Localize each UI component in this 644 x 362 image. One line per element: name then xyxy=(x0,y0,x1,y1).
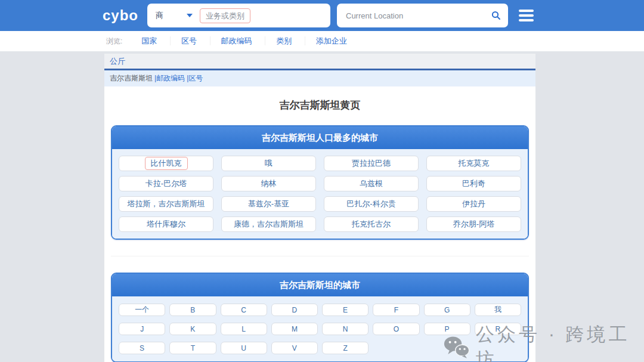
city-button[interactable]: 康德，吉尔吉斯斯坦 xyxy=(221,216,316,232)
letters-grid: 一个 B C D xyxy=(112,296,528,361)
cybo-logo[interactable]: cybo xyxy=(97,7,144,24)
letter-button[interactable]: C xyxy=(221,304,267,316)
search-icon[interactable] xyxy=(491,11,501,20)
letter-button[interactable]: N xyxy=(322,323,369,335)
letter-button[interactable]: 一个 xyxy=(119,304,165,316)
city-button[interactable]: 塔什库穆尔 xyxy=(119,216,213,232)
browse-nav: 浏览: 国家 区号 邮政编码 类别 添加企业 xyxy=(0,31,644,51)
letter-button[interactable]: T xyxy=(169,342,216,354)
annotation-box: 业务或类别 xyxy=(200,8,250,23)
city-button[interactable]: 巴利奇 xyxy=(426,176,521,191)
location-input[interactable]: Current Location xyxy=(346,11,403,20)
kg-tab[interactable]: 公斤 xyxy=(110,56,125,67)
city-button[interactable]: 托克托古尔 xyxy=(324,216,419,232)
letter-button[interactable]: E xyxy=(322,304,369,316)
business-search-input[interactable]: 业务或类别 xyxy=(206,11,244,20)
location-search-box[interactable]: Current Location xyxy=(337,4,508,27)
chevron-down-icon[interactable] xyxy=(187,14,193,17)
city-button[interactable]: 乔尔朋-阿塔 xyxy=(426,216,521,232)
letter-button[interactable]: U xyxy=(221,342,267,354)
panel-top-cities: 吉尔吉斯斯坦人口最多的城市 比什凯克 哦 贾拉拉巴德 xyxy=(111,125,529,240)
letter-button[interactable]: S xyxy=(119,342,165,354)
city-button[interactable]: 贾拉拉巴德 xyxy=(324,156,419,171)
page-body: 吉尔吉斯斯坦黄页 吉尔吉斯斯坦人口最多的城市 比什凯克 哦 xyxy=(104,86,535,362)
panel-cities-az: 吉尔吉斯斯坦的城市 一个 B C xyxy=(111,273,529,362)
browse-link[interactable]: 国家 xyxy=(131,36,168,45)
panel-top-cities-title: 吉尔吉斯斯坦人口最多的城市 xyxy=(112,126,528,149)
section-tab-bar: 公斤 xyxy=(104,54,535,70)
city-button[interactable]: 乌兹根 xyxy=(324,176,419,191)
browse-label: 浏览: xyxy=(106,36,122,47)
content-column: 公斤 吉尔吉斯斯坦 |邮政编码 |区号 吉尔吉斯斯坦黄页 吉尔吉斯斯坦人口最多的… xyxy=(104,54,535,362)
browse-link[interactable]: 添加企业 xyxy=(305,36,358,45)
city-button[interactable]: 巴扎尔-科尔贵 xyxy=(324,196,419,212)
city-button[interactable]: 基兹尔-基亚 xyxy=(221,196,316,212)
browse-link[interactable]: 类别 xyxy=(265,36,302,45)
letter-button[interactable]: Z xyxy=(322,342,369,354)
letter-button[interactable]: B xyxy=(169,304,216,316)
city-button[interactable]: 托克莫克 xyxy=(426,156,521,171)
city-button[interactable]: 比什凯克 xyxy=(119,156,213,171)
browse-link[interactable]: 邮政编码 xyxy=(210,36,263,45)
letter-button[interactable]: K xyxy=(169,323,216,335)
panel-cities-az-title: 吉尔吉斯斯坦的城市 xyxy=(112,274,528,296)
top-cities-grid: 比什凯克 哦 贾拉拉巴德 托克莫克 xyxy=(112,149,528,239)
city-button[interactable]: 卡拉-巴尔塔 xyxy=(119,176,213,191)
letter-button[interactable]: L xyxy=(221,323,267,335)
breadcrumb: 吉尔吉斯斯坦 |邮政编码 |区号 xyxy=(104,70,535,86)
letter-button[interactable]: F xyxy=(373,304,419,316)
menu-icon[interactable] xyxy=(519,10,534,21)
letter-button[interactable]: O xyxy=(373,323,419,335)
letter-button[interactable]: 我 xyxy=(475,304,521,316)
letter-button[interactable]: R xyxy=(475,323,521,335)
browse-link[interactable]: 区号 xyxy=(170,36,208,45)
city-button[interactable]: 伊拉丹 xyxy=(426,196,521,212)
browse-links: 国家 区号 邮政编码 类别 添加企业 xyxy=(131,36,358,47)
category-select[interactable]: 商 xyxy=(156,10,187,21)
letter-button[interactable]: M xyxy=(271,323,318,335)
letter-button[interactable]: P xyxy=(424,323,470,335)
divider xyxy=(111,256,529,256)
business-search-box[interactable]: 商 业务或类别 xyxy=(147,4,330,27)
letter-button[interactable]: D xyxy=(271,304,318,316)
breadcrumb-country: 吉尔吉斯斯坦 xyxy=(110,73,153,83)
city-button[interactable]: 纳林 xyxy=(221,176,316,191)
breadcrumb-link-areacode[interactable]: |区号 xyxy=(187,73,203,83)
letter-button[interactable]: V xyxy=(271,342,318,354)
city-button[interactable]: 塔拉斯，吉尔吉斯斯坦 xyxy=(119,196,213,212)
letter-button[interactable]: J xyxy=(119,323,165,335)
main-content: 公斤 吉尔吉斯斯坦 |邮政编码 |区号 吉尔吉斯斯坦黄页 吉尔吉斯斯坦人口最多的… xyxy=(0,54,644,362)
top-header: cybo 商 业务或类别 Current Location xyxy=(0,0,644,31)
page-title: 吉尔吉斯斯坦黄页 xyxy=(104,98,535,112)
breadcrumb-link-postal[interactable]: |邮政编码 xyxy=(154,73,185,83)
city-button[interactable]: 哦 xyxy=(221,156,316,171)
letter-button[interactable]: G xyxy=(424,304,470,316)
